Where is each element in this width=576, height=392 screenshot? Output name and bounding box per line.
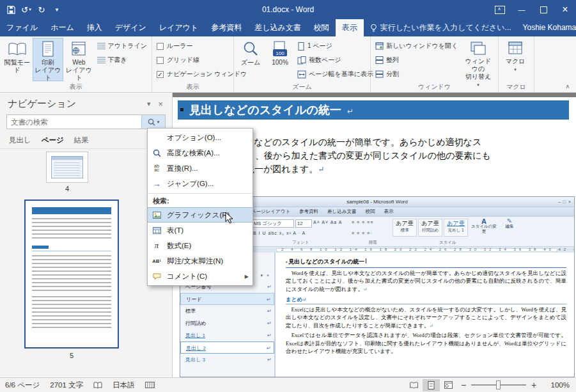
thumbnail-heading-bar <box>32 207 111 214</box>
menu-item-goto[interactable]: ジャンプ(G)... <box>148 176 253 191</box>
maximize-icon <box>540 6 547 13</box>
embedded-style-item: 行間詰め <box>180 317 274 329</box>
tab-file[interactable]: ファイル <box>0 19 44 36</box>
document-search-box: ▾ <box>6 114 166 129</box>
zoom-out-button[interactable]: − <box>457 380 470 390</box>
ribbon-display-options-icon <box>495 6 505 14</box>
switch-windows-button[interactable]: ウィンドウの 切り替え ▾ <box>460 38 496 81</box>
one-page-button[interactable]: 1 ページ <box>295 40 376 52</box>
tab-review[interactable]: 校閲 <box>307 19 336 36</box>
outline-icon <box>97 43 105 50</box>
page-number-indicator[interactable]: 6/6 ページ <box>0 378 45 392</box>
split-button[interactable]: 分割 <box>373 68 460 81</box>
embedded-doc-heading2: まとめ <box>286 295 566 304</box>
group-label-macros: マクロ <box>499 82 534 91</box>
zoom-in-button[interactable]: + <box>527 380 540 390</box>
new-window-button[interactable]: 新しいウィンドウを開く <box>373 40 460 52</box>
read-mode-view-button[interactable] <box>405 379 423 391</box>
zoom-slider-handle[interactable] <box>496 380 501 389</box>
web-layout-view-button[interactable] <box>440 379 457 391</box>
page-4-thumbnail[interactable] <box>46 152 88 183</box>
multiple-pages-button[interactable]: 複数ページ <box>295 54 376 67</box>
replace-icon <box>150 164 163 172</box>
equation-icon <box>150 240 163 251</box>
checkbox-icon <box>157 43 164 50</box>
arrange-all-icon <box>375 56 384 64</box>
table-icon <box>153 227 161 234</box>
paragraph-mark-icon <box>347 107 354 116</box>
group-label-views: 表示 <box>0 82 152 91</box>
page-5-thumbnail[interactable] <box>24 200 119 349</box>
account-name[interactable]: Yoshie Kohama <box>518 19 576 36</box>
navigation-tabs: 見出し ページ 結果 <box>0 129 172 149</box>
nav-tab-results[interactable]: 結果 <box>74 136 89 145</box>
language-indicator[interactable]: 日本語 <box>107 378 140 392</box>
minimize-button[interactable] <box>511 0 533 19</box>
zoom-level[interactable]: 100% <box>540 381 576 389</box>
print-layout-view-button[interactable] <box>423 379 440 391</box>
read-mode-button[interactable]: 閲覧モード <box>2 38 33 81</box>
proofing-status[interactable] <box>88 378 107 392</box>
pane-options-button[interactable] <box>143 100 155 108</box>
tab-home[interactable]: ホーム <box>44 19 81 36</box>
macros-button[interactable]: マクロ ▾ <box>501 38 530 81</box>
menu-item-advanced-find[interactable]: 高度な検索(A)... <box>148 145 253 161</box>
footnote-icon <box>150 258 163 264</box>
zoom-slider[interactable] <box>471 384 526 386</box>
close-button[interactable] <box>554 0 576 19</box>
embedded-editing-group: 編集 <box>500 219 519 229</box>
outline-view-button[interactable]: アウトライン <box>95 40 150 52</box>
embedded-style-item-selected: 見出し 2 <box>180 341 274 354</box>
pane-close-button[interactable] <box>154 99 167 109</box>
input-mode-indicator[interactable] <box>140 378 160 392</box>
arrange-all-button[interactable]: 整列 <box>373 54 460 67</box>
ribbon-display-options-button[interactable] <box>489 0 511 19</box>
embedded-style-item: 見出し 3 <box>180 354 274 366</box>
word-count-indicator[interactable]: 2701 文字 <box>45 378 88 392</box>
tab-insert[interactable]: 挿入 <box>81 19 109 36</box>
zoom-100-button[interactable]: 100 100% <box>265 38 295 81</box>
group-label-zoom: ズーム <box>234 82 370 91</box>
menu-item-footnotes[interactable]: 脚注/文末脚注(N) <box>148 253 253 269</box>
checkbox-icon <box>157 57 164 64</box>
menu-item-options[interactable]: オプション(O)... <box>148 130 253 145</box>
web-layout-button[interactable]: Webレイアウト <box>63 38 94 81</box>
graphics-icon <box>150 212 163 219</box>
menu-item-comments[interactable]: コメント(C) ▶ <box>148 269 253 284</box>
embedded-style-nospacing: あア亜行間詰め <box>418 219 442 237</box>
print-layout-view-icon <box>428 381 435 389</box>
tell-me-box[interactable]: 実行したい作業を入力してください... <box>364 19 518 36</box>
tab-layout[interactable]: レイアウト <box>153 19 205 36</box>
search-dropdown-button[interactable]: ▾ <box>141 115 165 129</box>
nav-tab-pages[interactable]: ページ <box>42 136 64 145</box>
advanced-find-icon <box>150 149 163 157</box>
collapse-ribbon-button[interactable]: ∧ <box>565 83 570 90</box>
print-layout-icon <box>41 41 55 58</box>
menu-item-tables[interactable]: 表(T) <box>148 223 253 238</box>
status-bar: 6/6 ページ 2701 文字 日本語 − + 100% <box>0 377 576 392</box>
tab-references[interactable]: 参考資料 <box>205 19 248 36</box>
print-layout-button[interactable]: 印刷レイアウト <box>33 38 63 81</box>
menu-item-equations[interactable]: 数式(E) <box>148 238 253 253</box>
embedded-paragraph: Excelではセル単位でデータを認識されますが、Wordの場合は段落、セクション… <box>286 331 566 356</box>
embedded-paragraph-icons <box>352 231 373 235</box>
draft-view-button[interactable]: 下書き <box>95 54 150 67</box>
tab-view[interactable]: 表示 <box>336 19 364 36</box>
tab-mailings[interactable]: 差し込み文書 <box>248 19 307 36</box>
maximize-button[interactable] <box>533 0 554 19</box>
group-macros: マクロ ▾ マクロ <box>499 36 534 92</box>
nav-tab-headings[interactable]: 見出し <box>9 136 31 145</box>
web-layout-icon <box>71 41 86 58</box>
document-heading[interactable]: 見出しなどのスタイルの統一 <box>178 100 569 120</box>
multiple-pages-icon <box>297 56 306 65</box>
tab-design[interactable]: デザイン <box>109 19 153 36</box>
zoom-button[interactable]: ズーム <box>236 38 265 81</box>
search-input[interactable] <box>7 115 141 129</box>
menu-item-replace[interactable]: 置換(R)... <box>148 161 253 176</box>
embedded-window-title: sample08 - Microsoft Word <box>346 199 407 205</box>
macros-icon <box>507 41 524 56</box>
embedded-style-item: 見出し 1 <box>180 329 274 341</box>
page-width-button[interactable]: ページ幅を基準に表示 <box>295 68 376 81</box>
search-icon <box>148 118 155 126</box>
menu-item-graphics[interactable]: グラフィックス(R) <box>148 207 253 223</box>
